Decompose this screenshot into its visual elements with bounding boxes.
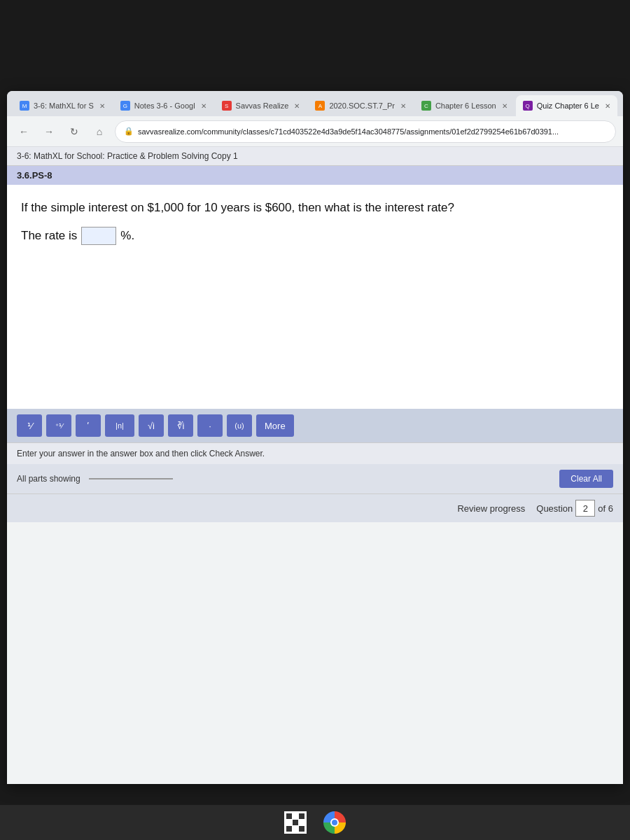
review-progress-button[interactable]: Review progress: [457, 503, 525, 514]
tab-chapter6[interactable]: C Chapter 6 Lesson ✕: [414, 95, 514, 116]
math-btn-mixed[interactable]: ⁺⅟: [46, 414, 71, 437]
answer-input[interactable]: [81, 227, 116, 245]
qr-code: [284, 811, 307, 834]
math-btn-dot[interactable]: ·: [197, 414, 223, 437]
tab-notes[interactable]: G Notes 3-6 - Googl ✕: [113, 95, 214, 116]
page-title: 3-6: MathXL for School: Practice & Probl…: [17, 151, 238, 161]
tab-2020soc[interactable]: A 2020.SOC.ST.7_Pr ✕: [308, 95, 413, 116]
clear-all-label: Clear All: [570, 474, 602, 484]
question-label: Question: [536, 503, 573, 514]
tab-close-4[interactable]: ✕: [400, 102, 406, 110]
taskbar-qr-icon[interactable]: [283, 810, 308, 835]
review-progress-label: Review progress: [457, 503, 525, 514]
tab-label-3: Savvas Realize: [236, 102, 289, 110]
math-btn-cbrt[interactable]: ∛i: [168, 414, 193, 437]
tab-quiz[interactable]: Q Quiz Chapter 6 Le ✕: [516, 95, 617, 116]
tab-close-3[interactable]: ✕: [294, 102, 300, 110]
page-title-bar: 3-6: MathXL for School: Practice & Probl…: [7, 147, 623, 166]
lock-icon: 🔒: [124, 127, 134, 136]
reload-button[interactable]: ↻: [64, 122, 84, 141]
forward-button[interactable]: →: [39, 122, 59, 141]
current-question: 2: [583, 503, 588, 514]
tab-label-6: Quiz Chapter 6 Le: [537, 102, 599, 110]
instructions-bar: Enter your answer in the answer box and …: [7, 442, 623, 464]
problem-number: 3.6.PS-8: [17, 170, 52, 181]
answer-suffix: %.: [120, 229, 134, 243]
math-btn-paren[interactable]: (u): [227, 414, 252, 437]
address-bar-row: ← → ↻ ⌂ 🔒 savvasrealize.com/community/cl…: [7, 116, 623, 147]
tab-label-1: 3-6: MathXL for S: [34, 102, 94, 110]
clear-all-button[interactable]: Clear All: [559, 470, 613, 488]
tab-favicon-2: G: [120, 101, 130, 111]
more-label: More: [265, 421, 286, 431]
math-btn-more[interactable]: More: [256, 414, 294, 437]
back-button[interactable]: ←: [14, 122, 34, 141]
tab-favicon-6: Q: [523, 101, 533, 111]
math-btn-abs[interactable]: |n|: [105, 414, 134, 437]
tab-favicon-5: C: [421, 101, 431, 111]
chrome-center: [330, 818, 339, 827]
tab-favicon-1: M: [20, 101, 29, 111]
math-toolbar: ⅟ ⁺⅟ ʹ |n| √i ∛i · (u) More: [7, 409, 623, 442]
answer-row: The rate is %.: [21, 227, 609, 245]
tab-close-5[interactable]: ✕: [502, 102, 507, 110]
all-parts-label: All parts showing: [17, 474, 80, 484]
tab-savvas[interactable]: S Savvas Realize ✕: [215, 95, 307, 116]
question-nav: Question 2 of 6: [536, 500, 613, 517]
parts-line: [89, 478, 173, 479]
math-btn-prime[interactable]: ʹ: [76, 414, 101, 437]
tab-mathxl[interactable]: M 3-6: MathXL for S ✕: [13, 95, 112, 116]
all-parts-row: All parts showing: [17, 474, 173, 484]
tab-favicon-3: S: [222, 101, 232, 111]
instructions-text: Enter your answer in the answer box and …: [17, 449, 265, 458]
math-btn-fraction[interactable]: ⅟: [17, 414, 42, 437]
answer-prefix: The rate is: [21, 229, 77, 243]
problem-question: If the simple interest on $1,000 for 10 …: [21, 199, 609, 217]
address-text: savvasrealize.com/community/classes/c71c…: [138, 127, 607, 136]
taskbar-chrome-icon[interactable]: [322, 810, 347, 835]
review-row: Review progress Question 2 of 6: [7, 493, 623, 522]
of-label: of 6: [598, 503, 613, 514]
tab-label-4: 2020.SOC.ST.7_Pr: [329, 102, 395, 110]
question-number-box: 2: [575, 500, 595, 517]
tab-label-2: Notes 3-6 - Googl: [134, 102, 195, 110]
chrome-logo: [323, 811, 346, 834]
tab-close-1[interactable]: ✕: [99, 102, 105, 110]
taskbar: [0, 805, 630, 840]
address-bar[interactable]: 🔒 savvasrealize.com/community/classes/c7…: [115, 120, 616, 143]
tab-bar: M 3-6: MathXL for S ✕ G Notes 3-6 - Goog…: [7, 91, 623, 116]
problem-number-bar: 3.6.PS-8: [7, 166, 623, 185]
tab-close-6[interactable]: ✕: [605, 102, 610, 110]
tab-close-2[interactable]: ✕: [201, 102, 206, 110]
math-btn-sqrt[interactable]: √i: [139, 414, 164, 437]
home-button[interactable]: ⌂: [90, 122, 109, 141]
tab-label-5: Chapter 6 Lesson: [435, 102, 496, 110]
footer-row: All parts showing Clear All: [7, 464, 623, 493]
main-content: If the simple interest on $1,000 for 10 …: [7, 185, 623, 409]
tab-favicon-4: A: [315, 101, 325, 111]
